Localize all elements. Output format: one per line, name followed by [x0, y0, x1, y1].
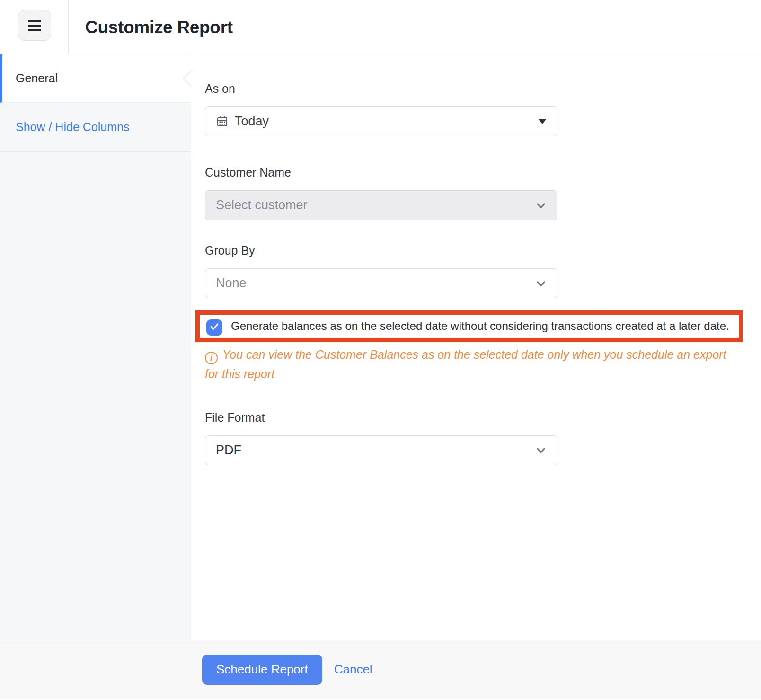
customer-select[interactable]: Select customer — [205, 190, 557, 220]
sidebar-item-general[interactable]: General — [0, 54, 191, 103]
sidebar-item-label: General — [16, 71, 58, 85]
as-on-select[interactable]: Today — [205, 106, 557, 136]
file-format-select[interactable]: PDF — [205, 435, 557, 465]
chevron-down-icon — [535, 278, 547, 289]
info-note-text: You can view the Customer Balances as on… — [205, 348, 726, 381]
main-panel: As on Today Customer Name Select custome… — [192, 54, 761, 640]
chevron-down-icon — [535, 444, 547, 456]
page-title: Customize Report — [85, 0, 233, 54]
customer-select-placeholder: Select customer — [216, 198, 529, 213]
calendar-icon — [216, 115, 229, 128]
group-by-value: None — [216, 276, 529, 291]
caret-down-icon — [538, 119, 547, 124]
file-format-label: File Format — [205, 411, 761, 424]
cancel-button[interactable]: Cancel — [334, 662, 372, 677]
footer-bar: Schedule Report Cancel — [0, 640, 761, 699]
generate-balances-checkbox[interactable] — [206, 319, 222, 336]
info-icon: i — [205, 352, 218, 364]
group-by-label: Group By — [205, 244, 761, 257]
header-divider — [69, 54, 761, 54]
info-note: iYou can view the Customer Balances as o… — [205, 345, 733, 383]
group-by-select[interactable]: None — [205, 268, 557, 298]
header: Customize Report — [0, 0, 761, 54]
sidebar-item-show-hide-columns[interactable]: Show / Hide Columns — [0, 103, 191, 152]
menu-column — [0, 0, 69, 54]
sidebar-item-label: Show / Hide Columns — [16, 120, 129, 134]
as-on-value: Today — [235, 114, 532, 129]
sidebar: General Show / Hide Columns — [0, 54, 191, 640]
file-format-value: PDF — [216, 443, 529, 458]
checkbox-check-icon — [209, 321, 220, 334]
generate-balances-label[interactable]: Generate balances as on the selected dat… — [231, 317, 730, 335]
customer-name-label: Customer Name — [205, 166, 761, 179]
annotation-highlight-box: Generate balances as on the selected dat… — [195, 310, 743, 342]
schedule-report-button[interactable]: Schedule Report — [202, 655, 322, 685]
as-on-label: As on — [205, 82, 761, 95]
menu-button[interactable] — [18, 10, 51, 41]
chevron-down-icon — [535, 200, 547, 211]
